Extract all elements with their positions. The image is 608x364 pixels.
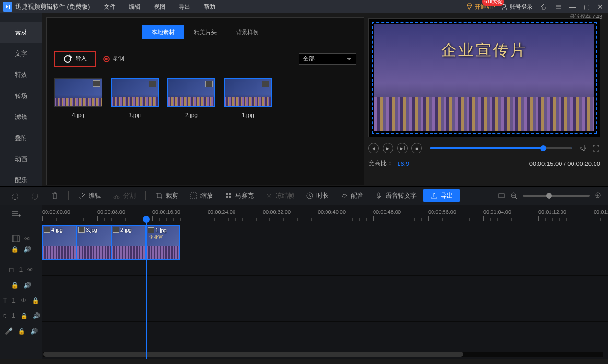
progress-bar[interactable] bbox=[430, 147, 572, 149]
preview-canvas[interactable]: 企业宣传片 bbox=[368, 18, 600, 137]
record-icon bbox=[103, 56, 110, 62]
menu-export[interactable]: 导出 bbox=[179, 3, 190, 11]
sidebar-item-filter[interactable]: 滤镜 bbox=[0, 106, 42, 128]
svg-rect-7 bbox=[229, 196, 231, 198]
stop-button[interactable]: ■ bbox=[411, 143, 422, 153]
timeline-clip[interactable]: 3.jpg bbox=[77, 225, 111, 260]
clip-type-icon bbox=[148, 227, 154, 233]
menu-edit[interactable]: 编辑 bbox=[129, 3, 140, 11]
next-button[interactable]: ►I bbox=[397, 143, 408, 153]
timeline-tracks[interactable]: 00:00:00.0000:00:08.0000:00:16.0000:00:2… bbox=[42, 205, 608, 359]
sidebar-item-effects[interactable]: 特效 bbox=[0, 64, 42, 85]
lock-icon[interactable]: 🔒 bbox=[18, 328, 25, 335]
split-button[interactable]: 分割 bbox=[108, 191, 140, 200]
sidebar-item-overlay[interactable]: 叠附 bbox=[0, 128, 42, 149]
playhead[interactable] bbox=[146, 220, 147, 359]
zoom-out-icon[interactable] bbox=[510, 192, 518, 200]
lock-icon[interactable]: 🔒 bbox=[20, 312, 28, 319]
timeline-scrollbar[interactable] bbox=[43, 352, 603, 357]
sidebar-item-music[interactable]: 配乐 bbox=[0, 170, 42, 191]
svg-rect-9 bbox=[378, 193, 380, 197]
timeline-clip[interactable]: 4.jpg bbox=[42, 225, 77, 260]
menu-bar: 文件 编辑 视图 导出 帮助 bbox=[104, 3, 215, 11]
eye-icon[interactable]: 👁 bbox=[27, 266, 34, 273]
sidebar-item-text[interactable]: 文字 bbox=[0, 43, 42, 64]
home-icon[interactable] bbox=[538, 3, 549, 10]
titlebar: 迅捷视频剪辑软件 (免费版) 文件 编辑 视图 导出 帮助 开通VIP 618大… bbox=[0, 0, 608, 13]
zoom-slider[interactable] bbox=[523, 195, 590, 197]
thumb-item[interactable]: 2.jpg bbox=[167, 78, 215, 118]
time-ruler[interactable]: 00:00:00.0000:00:08.0000:00:16.0000:00:2… bbox=[42, 205, 608, 224]
zoom-in-icon[interactable] bbox=[595, 192, 602, 200]
sidebar-item-animation[interactable]: 动画 bbox=[0, 149, 42, 170]
speaker-icon[interactable]: 🔊 bbox=[30, 328, 38, 335]
menu-file[interactable]: 文件 bbox=[104, 3, 116, 11]
play-button[interactable]: ► bbox=[383, 143, 393, 153]
crop-button[interactable]: 裁剪 bbox=[151, 191, 183, 200]
redo-button[interactable] bbox=[26, 191, 44, 200]
sidebar: 素材 文字 特效 转场 滤镜 叠附 动画 配乐 bbox=[0, 13, 42, 186]
sidebar-item-transition[interactable]: 转场 bbox=[0, 85, 42, 106]
login-label: 账号登录 bbox=[510, 3, 533, 11]
aspect-value[interactable]: 16:9 bbox=[397, 160, 409, 167]
fit-icon[interactable] bbox=[498, 192, 505, 200]
image-type-icon bbox=[93, 80, 100, 87]
thumb-item[interactable]: 4.jpg bbox=[54, 78, 102, 118]
vip-button[interactable]: 开通VIP 618大促 bbox=[466, 3, 495, 11]
close-button[interactable]: ✕ bbox=[596, 3, 605, 11]
svg-rect-13 bbox=[12, 236, 19, 242]
prev-button[interactable]: ◄ bbox=[368, 143, 379, 153]
maximize-button[interactable]: ▢ bbox=[582, 3, 592, 11]
stt-button[interactable]: 语音转文字 bbox=[370, 191, 421, 200]
thumb-item[interactable]: 3.jpg bbox=[111, 78, 159, 118]
import-button[interactable]: 导入 bbox=[54, 51, 96, 67]
volume-icon[interactable] bbox=[579, 144, 588, 153]
eye-icon[interactable]: 👁 bbox=[21, 297, 27, 304]
minimize-button[interactable]: — bbox=[567, 3, 578, 11]
menu-icon[interactable] bbox=[553, 3, 563, 10]
timeline-clip[interactable]: 2.jpg bbox=[111, 225, 146, 260]
duration-button[interactable]: 时长 bbox=[301, 191, 334, 200]
dub-button[interactable]: 配音 bbox=[336, 191, 368, 200]
svg-point-0 bbox=[503, 4, 506, 7]
ruler-tick: 00:01:04.00 bbox=[483, 209, 511, 215]
timeline-clip[interactable]: 1.jpg企业宣 bbox=[146, 225, 180, 260]
time-display: 00:00:15.00 / 00:00:20.00 bbox=[529, 160, 600, 167]
mosaic-button[interactable]: 马赛克 bbox=[220, 191, 258, 200]
import-label: 导入 bbox=[75, 55, 87, 63]
menu-help[interactable]: 帮助 bbox=[204, 3, 215, 11]
text-track-head: T1 👁🔒 bbox=[0, 293, 42, 308]
speaker-icon[interactable]: 🔊 bbox=[33, 312, 40, 319]
undo-button[interactable] bbox=[6, 191, 24, 200]
sidebar-item-material[interactable]: 素材 bbox=[0, 22, 42, 43]
thumb-label: 1.jpg bbox=[224, 112, 272, 118]
eye-icon[interactable]: 👁 bbox=[24, 235, 31, 243]
lock-icon[interactable]: 🔒 bbox=[11, 282, 19, 289]
svg-rect-15 bbox=[18, 236, 19, 242]
lock-icon[interactable]: 🔒 bbox=[32, 297, 39, 304]
menu-view[interactable]: 视图 bbox=[154, 3, 165, 11]
export-button[interactable]: 导出 bbox=[423, 189, 460, 202]
edit-button[interactable]: 编辑 bbox=[73, 191, 106, 200]
svg-rect-14 bbox=[12, 236, 14, 242]
record-button[interactable]: 录制 bbox=[103, 55, 124, 63]
thumb-item[interactable]: 1.jpg bbox=[224, 78, 272, 118]
filter-dropdown[interactable]: 全部 bbox=[299, 53, 356, 65]
login-button[interactable]: 账号登录 bbox=[501, 3, 533, 11]
tab-local[interactable]: 本地素材 bbox=[142, 25, 184, 39]
lock-icon[interactable]: 🔒 bbox=[11, 246, 19, 253]
app-title: 迅捷视频剪辑软件 (免费版) bbox=[15, 2, 90, 11]
freeze-button[interactable]: 冻结帧 bbox=[260, 191, 299, 200]
speaker-icon[interactable]: 🔊 bbox=[23, 246, 31, 253]
scale-button[interactable]: 缩放 bbox=[185, 191, 218, 200]
audio-track-icon: ♫ bbox=[2, 312, 7, 319]
speaker-icon[interactable]: 🔊 bbox=[23, 282, 31, 289]
delete-button[interactable] bbox=[46, 192, 63, 200]
tab-background[interactable]: 背景样例 bbox=[226, 25, 269, 39]
tab-intro[interactable]: 精美片头 bbox=[184, 25, 226, 39]
image-type-icon bbox=[262, 81, 269, 87]
audio-track-head: ♫1 🔒🔊 bbox=[0, 308, 42, 323]
preview-title-text: 企业宣传片 bbox=[441, 40, 527, 61]
add-track-button[interactable] bbox=[12, 210, 21, 218]
fullscreen-icon[interactable] bbox=[592, 144, 600, 153]
